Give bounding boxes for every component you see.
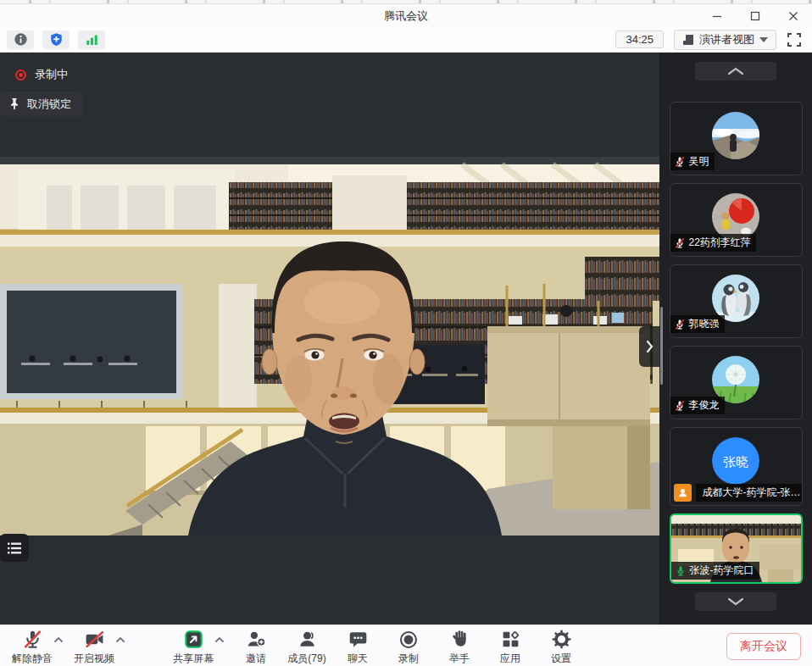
recording-dot-icon — [15, 69, 26, 80]
info-icon — [14, 32, 28, 47]
participant-tile-host[interactable]: 张晓 成都大学-药学院-张… — [670, 427, 803, 506]
tool-label: 成员(79) — [287, 652, 325, 666]
sidebar-scrollbar[interactable] — [660, 307, 663, 385]
chat-icon — [348, 629, 369, 650]
invite-button[interactable]: 邀请 — [236, 629, 275, 666]
share-screen-button[interactable]: 共享屏幕 — [173, 629, 214, 666]
participant-tile-self-video[interactable]: 张波-药学院口 — [670, 513, 803, 584]
security-button[interactable] — [42, 31, 70, 49]
main-area: 录制中 取消锁定 — [0, 53, 812, 624]
participant-name: 李俊龙 — [689, 398, 720, 413]
participant-name-label: 成都大学-药学院-张… — [696, 484, 802, 502]
participant-name: 22药剂李红萍 — [689, 236, 751, 250]
tool-label: 解除静音 — [12, 652, 53, 666]
participant-tile[interactable]: 吴明 — [670, 102, 803, 175]
initials-avatar: 张晓 — [712, 437, 759, 485]
participant-tile[interactable]: 22药剂李红萍 — [670, 183, 803, 257]
mic-muted-icon — [22, 629, 43, 650]
caption-list-button[interactable] — [0, 534, 29, 562]
stage: 录制中 取消锁定 — [0, 53, 659, 624]
participant-name-label: 郭晓强 — [670, 315, 725, 333]
meeting-timer: 34:25 — [615, 31, 664, 48]
fullscreen-icon[interactable] — [787, 32, 802, 47]
window-title: 腾讯会议 — [0, 8, 812, 24]
chevron-up-icon — [727, 67, 744, 75]
participants-sidebar: 吴明 22药剂李红萍 — [659, 53, 812, 624]
leave-meeting-button[interactable]: 离开会议 — [726, 633, 801, 660]
members-icon — [297, 629, 318, 650]
titlebar: 腾讯会议 — [0, 4, 812, 27]
mountain-photo-avatar — [712, 112, 759, 159]
camera-options-chevron[interactable] — [115, 636, 125, 643]
close-button[interactable] — [774, 4, 812, 27]
tool-label: 设置 — [551, 652, 571, 666]
meeting-info-button[interactable] — [7, 31, 34, 49]
members-button[interactable]: 成员(79) — [287, 629, 326, 666]
tool-label: 聊天 — [348, 652, 368, 666]
tool-label: 邀请 — [246, 652, 266, 666]
host-person-icon — [676, 486, 689, 499]
window-controls — [698, 4, 812, 27]
participant-name-label: 李俊龙 — [670, 397, 725, 414]
invite-person-icon — [246, 629, 267, 650]
infobar-right: 34:25 演讲者视图 — [615, 30, 802, 50]
chevron-up-icon — [53, 636, 64, 643]
avatar — [712, 112, 759, 159]
settings-button[interactable]: 设置 — [542, 629, 581, 666]
raise-hand-icon — [449, 629, 470, 650]
mic-muted-icon — [674, 237, 686, 249]
meeting-info-bar: 34:25 演讲者视图 — [0, 27, 812, 53]
tool-label: 举手 — [449, 652, 470, 666]
mic-group: 解除静音 — [12, 629, 64, 666]
unpin-label: 取消锁定 — [27, 97, 71, 112]
tool-label: 共享屏幕 — [173, 652, 214, 666]
unmute-button[interactable]: 解除静音 — [12, 629, 53, 666]
tool-label: 录制 — [398, 652, 419, 666]
mic-muted-icon — [674, 319, 686, 330]
maximize-icon — [750, 11, 760, 21]
tool-label: 应用 — [500, 652, 520, 666]
mic-options-chevron[interactable] — [53, 636, 64, 643]
chevron-down-icon — [727, 597, 744, 606]
share-screen-icon — [183, 629, 204, 650]
chevron-up-icon — [115, 636, 125, 643]
view-mode-selector[interactable]: 演讲者视图 — [674, 30, 776, 50]
sidebar-collapse-handle[interactable] — [639, 326, 659, 367]
apps-button[interactable]: 应用 — [491, 629, 530, 666]
recording-indicator: 录制中 — [15, 67, 68, 82]
chat-button[interactable]: 聊天 — [338, 629, 377, 666]
camera-off-icon — [84, 629, 105, 650]
meeting-toolbar: 解除静音 开启视频 共享屏幕 邀请 成员(79) — [0, 624, 812, 666]
unpin-button[interactable]: 取消锁定 — [0, 92, 83, 116]
share-group: 共享屏幕 — [173, 629, 225, 666]
share-options-chevron[interactable] — [214, 636, 225, 643]
scroll-down-button[interactable] — [695, 592, 776, 611]
participant-tile[interactable]: 李俊龙 — [670, 346, 803, 419]
participant-tile[interactable]: 郭晓强 — [670, 264, 803, 338]
apps-grid-icon — [500, 629, 521, 650]
minimize-button[interactable] — [698, 4, 736, 27]
avatar: 张晓 — [712, 437, 759, 485]
maximize-button[interactable] — [736, 4, 774, 27]
start-video-button[interactable]: 开启视频 — [74, 629, 114, 666]
close-icon — [788, 11, 798, 21]
view-mode-label: 演讲者视图 — [699, 32, 754, 47]
tencent-meeting-window: 腾讯会议 34:25 演讲者视图 — [0, 0, 812, 666]
network-button[interactable] — [78, 31, 105, 49]
library-scene — [0, 157, 659, 536]
participant-name: 吴明 — [689, 154, 709, 169]
tool-label: 开启视频 — [74, 652, 114, 666]
recording-label: 录制中 — [35, 67, 68, 82]
participant-name-label: 张波-药学院口 — [671, 562, 759, 580]
raise-hand-button[interactable]: 举手 — [440, 629, 479, 666]
camera-group: 开启视频 — [74, 629, 125, 666]
participant-name: 成都大学-药学院-张… — [703, 486, 801, 500]
participant-name-label: 22药剂李红萍 — [670, 234, 756, 252]
settings-gear-icon — [551, 629, 572, 650]
record-button[interactable]: 录制 — [389, 629, 428, 666]
pin-icon — [8, 97, 20, 110]
chevron-right-icon — [646, 340, 653, 353]
minimize-icon — [712, 11, 722, 21]
mic-muted-icon — [674, 400, 686, 412]
scroll-up-button[interactable] — [695, 62, 776, 80]
